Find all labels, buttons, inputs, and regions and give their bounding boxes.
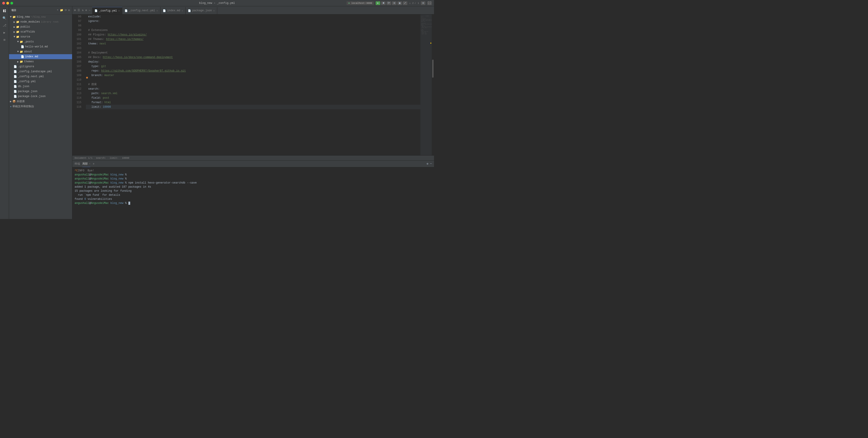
explorer-action-refresh[interactable]: ⟳	[65, 8, 67, 12]
code-line-103	[86, 46, 421, 50]
tree-item-public[interactable]: ▶ 📁 public	[9, 24, 72, 29]
tab-bar: ⊞ ☰ ⇅ ⚙ — 📄 _config.yml ✕ 📄 _config.next…	[72, 6, 434, 14]
code-line-107: type: git	[86, 64, 421, 69]
code-line-98	[86, 24, 421, 28]
code-line-104: # Deployment	[86, 50, 421, 55]
tab-index-md[interactable]: 📄 index.md ✕	[160, 7, 186, 14]
svg-rect-2	[5, 11, 6, 12]
tree-item-gitignore[interactable]: 📄 .gitignore	[9, 64, 72, 69]
tree-item-index-md[interactable]: 📄 index.md	[9, 54, 72, 59]
run-button[interactable]: ▶	[376, 1, 380, 5]
tab-close-config-next[interactable]: ✕	[156, 9, 158, 12]
tree-item-package-json[interactable]: 📄 package.json	[9, 89, 72, 94]
tree-item-config-landscape[interactable]: 📄 _config.landscape.yml	[9, 69, 72, 74]
layout-button[interactable]: ▣	[397, 1, 402, 5]
terminal-settings-icon[interactable]: ⚙	[427, 162, 428, 166]
terminal-hide-icon[interactable]: —	[430, 162, 432, 166]
terminal-line: ^CINFO Bye!	[74, 169, 432, 173]
tree-item-source[interactable]: ▼ 📁 source	[9, 34, 72, 39]
tab-config-yml[interactable]: 📄 _config.yml ✕	[92, 7, 122, 14]
terminal-add-tab[interactable]: +	[93, 162, 94, 166]
tab-close-package-json[interactable]: ✕	[213, 9, 215, 12]
line-num-100: 100	[72, 33, 81, 37]
code-line-116: limit: 10000	[86, 105, 421, 109]
scrollbar-thumb[interactable]	[432, 60, 434, 78]
tab-config-next-yml[interactable]: 📄 _config.next.yml ✕	[122, 7, 160, 14]
window-title: blog_new – _config.yml	[199, 2, 235, 5]
sidebar-icon-run[interactable]: ▶	[1, 29, 8, 36]
editor-scrollbar[interactable]	[432, 14, 434, 155]
terminal-tab-local[interactable]: 局部 ✕	[82, 161, 90, 167]
tree-item-root[interactable]: ▼ 📁 blog_new ~/blog_new	[9, 14, 72, 20]
line-num-109: 109	[72, 73, 81, 78]
terminal-line: found 0 vulnerabilities	[74, 197, 432, 201]
tree-item-db-json[interactable]: 📄 db.json	[9, 84, 72, 89]
tab-package-json[interactable]: 📄 package.json ✕	[186, 7, 217, 14]
tree-item-node-modules[interactable]: ▶ 📁 node_modules library root	[9, 20, 72, 24]
code-line-100: ## Plugins: https://hexo.io/plugins/	[86, 33, 421, 37]
tree-item-config-next[interactable]: 📄 _config.next.yml	[9, 74, 72, 79]
terminal-tab-bar: 终端 局部 ✕ + ⚙ —	[72, 161, 434, 167]
tree-item-config-yml[interactable]: 📄 _config.yml	[9, 79, 72, 84]
terminal-line-cursor: angushall@AngusdeiMac blog_new %	[74, 201, 432, 205]
breadcrumb-value: 10000	[122, 157, 129, 159]
tab-action-more[interactable]: —	[88, 8, 91, 12]
tab-close-index-md[interactable]: ✕	[182, 9, 183, 12]
tree-item-hello-world[interactable]: 📄 hello-world.md	[9, 44, 72, 49]
tree-item-caogao[interactable]: ★ 草稿文件和控制台	[9, 104, 72, 109]
explorer-action-collapse[interactable]: ⊟	[68, 8, 70, 12]
terminal-tab-local-close[interactable]: ✕	[89, 162, 90, 165]
tab-action-list[interactable]: ☰	[77, 8, 81, 12]
expand-button[interactable]: ⤢	[403, 1, 407, 5]
terminal-content[interactable]: ^CINFO Bye! angushall@AngusdeiMac blog_n…	[72, 167, 434, 219]
code-editor[interactable]: exclude: ignore: # Extensions ## Plugins…	[84, 14, 421, 155]
sidebar-icon-strip: 🔍 ⎇ ▶ ⊞	[0, 6, 9, 219]
tree-item-about[interactable]: ▼ 📁 about	[9, 49, 72, 54]
tab-action-split[interactable]: ⊞	[74, 8, 76, 12]
settings-button[interactable]: ⚙	[421, 1, 426, 5]
tree-item-package-lock[interactable]: 📄 package-lock.json	[9, 94, 72, 99]
line-num-115: 115	[72, 100, 81, 105]
line-num-102: 102	[72, 41, 81, 46]
config-button[interactable]: ⚙	[392, 1, 397, 5]
sidebar-icon-search[interactable]: 🔍	[1, 15, 8, 21]
line-num-110: 110	[72, 78, 81, 82]
check-count: ✓ 1	[414, 2, 419, 4]
tree-item-waigaoku[interactable]: ▶ 📦 外部库	[9, 99, 72, 104]
line-num-103: 103	[72, 46, 81, 50]
server-button[interactable]: ● localhost:3000	[346, 1, 374, 5]
line-num-113: 113	[72, 91, 81, 96]
code-line-112: search:	[86, 87, 421, 91]
terminal-line: added 1 package, and audited 187 package…	[74, 185, 432, 189]
line-numbers: 9697989910010110210310410510610710810911…	[72, 14, 84, 155]
sidebar-icon-explorer[interactable]	[1, 8, 8, 14]
stop-button[interactable]: ■	[381, 1, 385, 5]
tab-action-settings[interactable]: ⚙	[85, 8, 87, 12]
reload-button[interactable]: ⟳	[386, 1, 391, 5]
terminal-tab-terminal[interactable]: 终端	[74, 161, 80, 167]
tree-item-scaffolds[interactable]: ▶ 📁 scaffolds	[9, 29, 72, 34]
tab-close-config-yml[interactable]: ✕	[118, 9, 120, 12]
tab-action-sort[interactable]: ⇅	[81, 8, 84, 12]
maximize-button[interactable]	[10, 2, 13, 4]
close-button[interactable]	[2, 2, 5, 4]
tree-item-themes[interactable]: ▶ 📁 themes	[9, 59, 72, 64]
code-line-114: field: post	[86, 96, 421, 100]
minimize-button[interactable]	[6, 2, 9, 4]
root-path: ~/blog_new	[31, 15, 46, 18]
code-line-105: ## Docs: https://hexo.io/docs/one-comman…	[86, 55, 421, 60]
line-num-104: 104	[72, 50, 81, 55]
sidebar-icon-extensions[interactable]: ⊞	[1, 37, 8, 43]
fullscreen-button[interactable]: ⛶	[427, 1, 432, 5]
code-line-109: branch: master	[86, 73, 421, 78]
line-num-106: 106	[72, 60, 81, 64]
sidebar-icon-git[interactable]: ⎇	[1, 22, 8, 28]
minimap: exclude:ignore:# Extensions## Plugins: h…	[421, 14, 432, 155]
breadcrumb-search: search:	[96, 157, 106, 159]
explorer-action-new-file[interactable]: +	[57, 8, 59, 12]
code-line-101: ## Themes: https://hexo.io/themes/	[86, 37, 421, 41]
code-line-96: exclude:	[86, 14, 421, 19]
line-num-101: 101	[72, 37, 81, 41]
tree-item-posts[interactable]: ▼ 📁 _posts	[9, 39, 72, 44]
explorer-action-new-folder[interactable]: 📁	[60, 8, 63, 12]
